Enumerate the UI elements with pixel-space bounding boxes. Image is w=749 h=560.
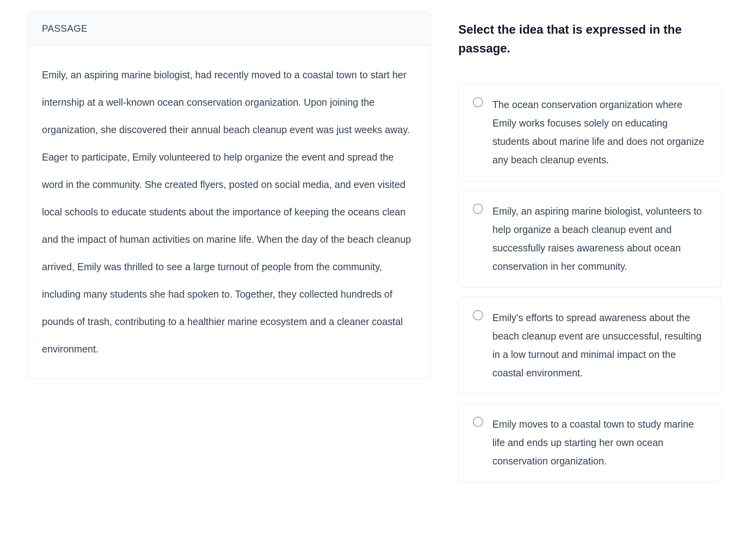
radio-icon bbox=[473, 97, 483, 107]
passage-body: Emily, an aspiring marine biologist, had… bbox=[28, 45, 431, 378]
passage-panel: PASSAGE Emily, an aspiring marine biolog… bbox=[27, 12, 431, 379]
radio-icon bbox=[473, 310, 483, 320]
answer-option-text: Emily moves to a coastal town to study m… bbox=[492, 415, 707, 470]
passage-header: PASSAGE bbox=[28, 12, 431, 45]
options-list: The ocean conservation organization wher… bbox=[458, 83, 722, 482]
answer-option-text: The ocean conservation organization wher… bbox=[492, 96, 707, 169]
answer-option-2[interactable]: Emily's efforts to spread awareness abou… bbox=[458, 296, 722, 394]
question-panel: Select the idea that is expressed in the… bbox=[458, 12, 722, 482]
answer-option-text: Emily, an aspiring marine biologist, vol… bbox=[492, 202, 707, 276]
radio-icon bbox=[473, 417, 483, 427]
main-container: PASSAGE Emily, an aspiring marine biolog… bbox=[27, 12, 722, 482]
radio-icon bbox=[473, 204, 483, 214]
answer-option-1[interactable]: Emily, an aspiring marine biologist, vol… bbox=[458, 190, 722, 288]
answer-option-text: Emily's efforts to spread awareness abou… bbox=[492, 309, 707, 382]
answer-option-3[interactable]: Emily moves to a coastal town to study m… bbox=[458, 403, 722, 482]
answer-option-0[interactable]: The ocean conservation organization wher… bbox=[458, 83, 722, 181]
question-title: Select the idea that is expressed in the… bbox=[458, 20, 722, 58]
